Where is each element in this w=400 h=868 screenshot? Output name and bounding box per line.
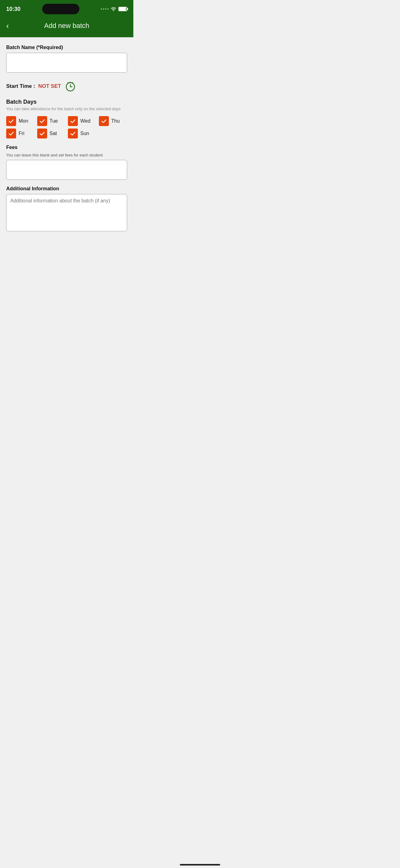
- back-button[interactable]: ‹: [6, 22, 9, 30]
- form-content: Batch Name (*Required) Start Time : NOT …: [0, 37, 133, 240]
- clock-icon: [64, 80, 76, 93]
- start-time-label: Start Time :: [6, 83, 35, 89]
- day-tue-label: Tue: [49, 118, 58, 124]
- day-thu[interactable]: Thu: [99, 116, 128, 126]
- checkbox-sat[interactable]: [37, 128, 47, 138]
- fees-input[interactable]: [6, 160, 127, 180]
- app-header: ‹ Add new batch: [0, 17, 133, 37]
- additional-info-input[interactable]: [6, 194, 127, 231]
- day-wed[interactable]: Wed: [68, 116, 96, 126]
- day-thu-label: Thu: [111, 118, 120, 124]
- checkbox-wed[interactable]: [68, 116, 78, 126]
- day-fri[interactable]: Fri: [6, 128, 35, 138]
- batch-name-field: Batch Name (*Required): [6, 45, 127, 73]
- checkbox-sun[interactable]: [68, 128, 78, 138]
- fees-section: Fees You can leave this blank and set fe…: [6, 145, 127, 180]
- status-time: 10:30: [6, 6, 21, 12]
- batch-name-label: Batch Name (*Required): [6, 45, 127, 50]
- status-bar: 10:30: [0, 0, 133, 17]
- svg-line-4: [72, 82, 73, 83]
- day-mon-label: Mon: [19, 118, 28, 124]
- day-mon[interactable]: Mon: [6, 116, 35, 126]
- page-title: Add new batch: [44, 22, 89, 30]
- day-sat[interactable]: Sat: [37, 128, 66, 138]
- dynamic-island: [42, 4, 79, 14]
- start-time-value: NOT SET: [38, 83, 61, 89]
- svg-line-3: [68, 82, 68, 83]
- fees-subtitle: You can leave this blank and set fees fo…: [6, 153, 127, 157]
- day-sat-label: Sat: [49, 131, 57, 136]
- checkbox-thu[interactable]: [99, 116, 109, 126]
- fees-label: Fees: [6, 145, 127, 150]
- batch-days-title: Batch Days: [6, 99, 127, 105]
- additional-info-section: Additional Information: [6, 186, 127, 232]
- start-time-row[interactable]: Start Time : NOT SET: [6, 80, 127, 93]
- day-placeholder: [99, 128, 128, 138]
- days-row-2: Fri Sat Sun: [6, 128, 127, 138]
- battery-icon: [119, 7, 127, 11]
- checkbox-mon[interactable]: [6, 116, 16, 126]
- batch-name-input[interactable]: [6, 53, 127, 73]
- day-sun[interactable]: Sun: [68, 128, 96, 138]
- status-icons: [101, 6, 127, 11]
- day-wed-label: Wed: [80, 118, 91, 124]
- day-sun-label: Sun: [80, 131, 89, 136]
- checkbox-fri[interactable]: [6, 128, 16, 138]
- signal-icon: [101, 8, 108, 10]
- additional-info-label: Additional Information: [6, 186, 127, 191]
- day-tue[interactable]: Tue: [37, 116, 66, 126]
- wifi-icon: [110, 6, 116, 11]
- checkbox-tue[interactable]: [37, 116, 47, 126]
- days-row-1: Mon Tue Wed: [6, 116, 127, 126]
- day-fri-label: Fri: [19, 131, 25, 136]
- batch-days-subtitle: You can take attendance for the batch on…: [6, 106, 127, 111]
- batch-days-section: Batch Days You can take attendance for t…: [6, 99, 127, 138]
